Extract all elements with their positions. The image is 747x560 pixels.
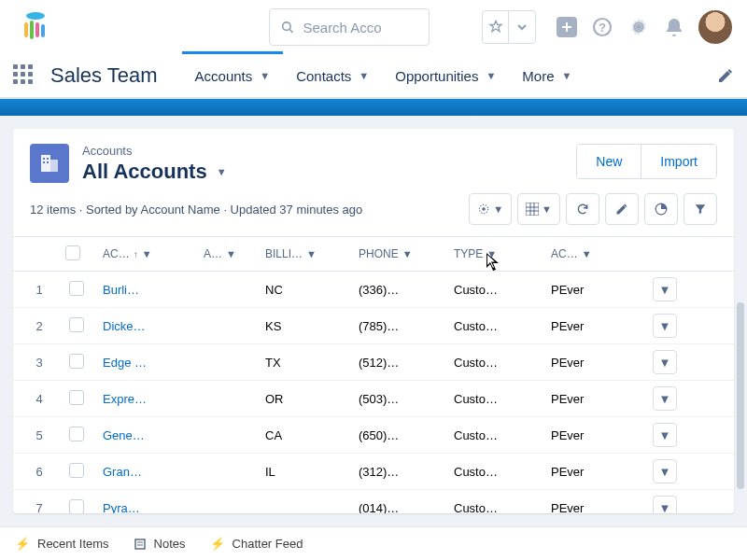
svg-rect-17 — [47, 161, 49, 163]
list-view-title[interactable]: All Accounts▼ — [82, 160, 563, 184]
svg-rect-13 — [50, 160, 58, 172]
utility-notes[interactable]: Notes — [134, 537, 186, 551]
cell-type: Custo… — [450, 319, 547, 333]
scrollbar[interactable] — [737, 302, 744, 489]
app-name: Sales Team — [50, 63, 158, 88]
account-link[interactable]: Burli… — [103, 283, 139, 297]
filter-button[interactable] — [684, 193, 717, 225]
row-number: 2 — [13, 319, 65, 333]
tab-accounts[interactable]: Accounts▼ — [182, 53, 284, 98]
add-button[interactable] — [557, 17, 577, 37]
cell-type: Custo… — [450, 465, 547, 479]
row-actions-button[interactable]: ▼ — [653, 459, 677, 483]
svg-point-5 — [283, 22, 290, 30]
table-header: AC…↑▼ A…▼ BILLI…▼ PHONE▼ TYPE▼ AC…▼ — [13, 236, 734, 272]
display-as-button[interactable]: ▼ — [517, 193, 560, 225]
row-checkbox[interactable] — [69, 390, 84, 405]
tab-more[interactable]: More▼ — [509, 53, 585, 98]
column-phone[interactable]: PHONE▼ — [355, 247, 450, 260]
row-number: 5 — [13, 428, 65, 442]
account-link[interactable]: Gran… — [103, 465, 142, 479]
help-icon[interactable]: ? — [592, 17, 613, 37]
filter-icon — [694, 203, 707, 216]
table-row: 2Dicke…KS(785)…Custo…PEver▼ — [13, 308, 734, 344]
row-checkbox[interactable] — [69, 427, 84, 441]
column-type[interactable]: TYPE▼ — [450, 247, 547, 260]
account-link[interactable]: Edge … — [103, 356, 147, 370]
svg-rect-20 — [526, 203, 539, 216]
list-settings-button[interactable]: ▼ — [469, 193, 512, 225]
cell-owner: PEver — [547, 319, 637, 333]
select-all-checkbox[interactable] — [65, 245, 80, 260]
object-label: Accounts — [82, 144, 563, 158]
edit-nav-icon[interactable] — [717, 67, 734, 84]
row-actions-button[interactable]: ▼ — [653, 386, 677, 411]
svg-point-18 — [482, 207, 486, 211]
row-actions-button[interactable]: ▼ — [653, 496, 677, 513]
account-link[interactable]: Expre… — [103, 392, 147, 406]
global-search[interactable] — [269, 8, 430, 46]
notifications-icon[interactable] — [665, 17, 684, 37]
chevron-down-icon — [509, 11, 535, 43]
row-actions-button[interactable]: ▼ — [653, 314, 677, 338]
table-icon — [526, 203, 539, 216]
column-a[interactable]: A…▼ — [200, 247, 261, 260]
chart-button[interactable] — [644, 193, 678, 225]
chevron-down-icon: ▼ — [486, 70, 496, 81]
table-row: 7Pyra…(014)…Custo…PEver▼ — [13, 490, 734, 513]
svg-rect-2 — [30, 21, 34, 39]
cell-phone: (503)… — [355, 392, 450, 406]
cell-phone: (650)… — [355, 428, 450, 442]
table-row: 1Burli…NC(336)…Custo…PEver▼ — [13, 272, 734, 308]
tab-opportunities[interactable]: Opportunities▼ — [382, 53, 509, 98]
cell-phone: (312)… — [355, 465, 450, 479]
cell-phone: (014)… — [355, 501, 450, 513]
list-view-card: Accounts All Accounts▼ New Import 12 ite… — [13, 129, 734, 513]
row-checkbox[interactable] — [69, 499, 84, 513]
cell-state: KS — [261, 319, 355, 333]
account-link[interactable]: Pyra… — [103, 501, 140, 513]
row-number: 7 — [13, 501, 65, 513]
chevron-down-icon: ▼ — [359, 70, 369, 81]
utility-chatter[interactable]: ⚡Chatter Feed — [210, 537, 303, 551]
row-actions-button[interactable]: ▼ — [653, 350, 677, 374]
refresh-icon — [576, 203, 589, 216]
cell-type: Custo… — [450, 392, 547, 406]
svg-rect-12 — [41, 155, 50, 172]
pencil-icon — [615, 203, 628, 216]
search-input[interactable] — [303, 20, 417, 35]
chevron-down-icon: ▼ — [260, 70, 270, 81]
svg-point-0 — [26, 12, 45, 20]
table-body: 1Burli…NC(336)…Custo…PEver▼2Dicke…KS(785… — [13, 272, 734, 513]
cell-type: Custo… — [450, 356, 547, 370]
account-link[interactable]: Dicke… — [103, 319, 146, 333]
row-checkbox[interactable] — [69, 317, 84, 332]
page-body: Accounts All Accounts▼ New Import 12 ite… — [0, 116, 747, 526]
svg-line-6 — [289, 30, 292, 33]
row-actions-button[interactable]: ▼ — [653, 277, 677, 301]
new-button[interactable]: New — [577, 145, 641, 178]
table-row: 5Gene…CA(650)…Custo…PEver▼ — [13, 417, 734, 454]
column-owner[interactable]: AC…▼ — [547, 247, 637, 260]
tab-contacts[interactable]: Contacts▼ — [283, 53, 382, 98]
account-link[interactable]: Gene… — [103, 428, 145, 442]
setup-icon[interactable] — [627, 16, 650, 38]
column-billing-state[interactable]: BILLI…▼ — [261, 247, 355, 260]
import-button[interactable]: Import — [641, 145, 716, 178]
row-checkbox[interactable] — [69, 354, 84, 369]
inline-edit-button[interactable] — [605, 193, 639, 225]
refresh-button[interactable] — [566, 193, 599, 225]
column-account-name[interactable]: AC…↑▼ — [99, 247, 200, 260]
user-avatar[interactable] — [698, 10, 732, 44]
row-actions-button[interactable]: ▼ — [653, 423, 677, 447]
note-icon — [134, 538, 147, 551]
svg-text:?: ? — [599, 21, 606, 35]
cell-type: Custo… — [450, 501, 547, 513]
app-launcher-icon[interactable] — [13, 64, 35, 87]
row-checkbox[interactable] — [69, 281, 84, 296]
favorites-button[interactable] — [482, 10, 536, 44]
utility-recent-items[interactable]: ⚡Recent Items — [15, 537, 109, 551]
global-header: ? — [0, 0, 747, 54]
cell-owner: PEver — [547, 356, 637, 370]
row-checkbox[interactable] — [69, 463, 84, 478]
